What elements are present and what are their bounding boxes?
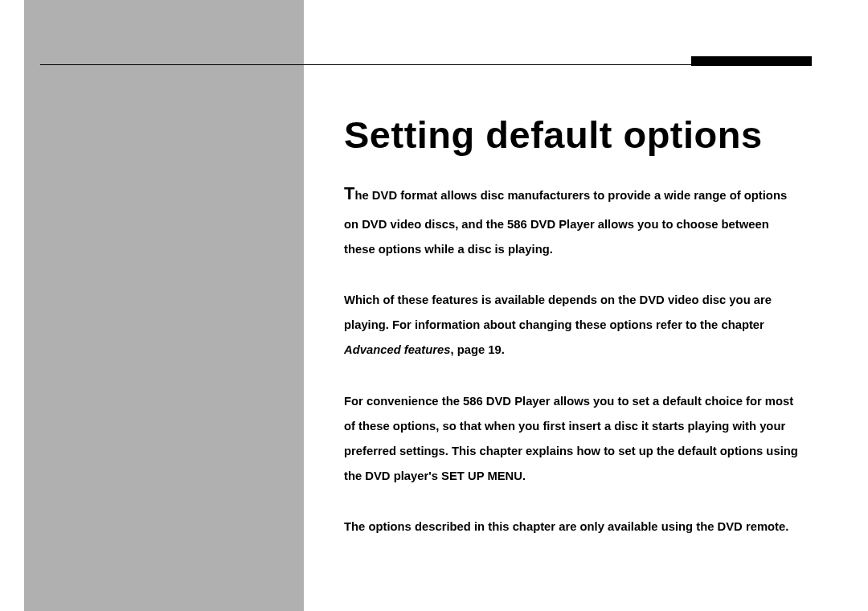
left-grey-panel — [24, 0, 304, 611]
paragraph-2-em: Advanced features — [344, 343, 450, 356]
paragraph-3: For convenience the 586 DVD Player allow… — [344, 389, 802, 489]
paragraph-2-b: , page 19. — [450, 343, 504, 356]
dropcap: T — [344, 183, 354, 203]
paragraph-4: The options described in this chapter ar… — [344, 515, 802, 539]
black-tab-mark — [691, 56, 812, 66]
body-text: The DVD format allows disc manufacturers… — [344, 175, 802, 565]
paragraph-2-a: Which of these features is available dep… — [344, 293, 772, 331]
chapter-heading: Setting default options — [344, 113, 763, 157]
paragraph-1-rest: he DVD format allows disc manufacturers … — [344, 189, 787, 256]
paragraph-1: The DVD format allows disc manufacturers… — [344, 175, 802, 262]
paragraph-2: Which of these features is available dep… — [344, 288, 802, 363]
